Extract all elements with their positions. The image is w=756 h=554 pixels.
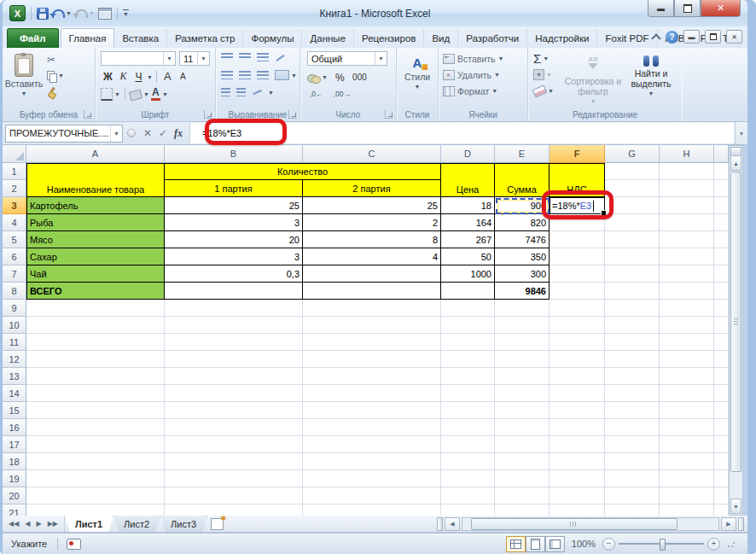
row-header-16[interactable]: 16	[3, 419, 26, 436]
cell-G20[interactable]	[605, 487, 660, 504]
page-break-view-button[interactable]	[545, 536, 565, 552]
vertical-scroll-thumb[interactable]	[730, 172, 741, 472]
cell-F19[interactable]	[550, 470, 605, 487]
paste-button[interactable]: Вставить ▼	[5, 50, 43, 96]
cell-G4[interactable]	[605, 214, 660, 231]
tab-split-handle[interactable]	[437, 517, 443, 531]
cell-B8[interactable]	[165, 283, 303, 300]
cell-A8[interactable]: ВСЕГО	[26, 283, 165, 300]
font-size-combo[interactable]: 11▼	[179, 51, 210, 66]
cell-G17[interactable]	[605, 436, 660, 453]
insert-cells-button[interactable]: Вставить▼	[439, 50, 527, 67]
cell-G15[interactable]	[605, 402, 660, 419]
styles-button[interactable]: A Стили ▼	[398, 51, 436, 90]
merge-center-icon[interactable]	[275, 70, 289, 80]
cell-partial-15[interactable]	[714, 402, 729, 419]
scroll-right-button[interactable]: ▶	[721, 517, 736, 531]
cell-A4[interactable]: Рыба	[26, 214, 165, 231]
tab-split-handle-right[interactable]	[738, 517, 744, 531]
alignment-dialog-launcher-icon[interactable]	[288, 110, 297, 119]
format-dropdown-icon[interactable]: ▼	[491, 88, 497, 94]
cell-E12[interactable]	[495, 351, 550, 368]
cell-H18[interactable]	[660, 453, 714, 470]
cell-D13[interactable]	[441, 368, 495, 385]
cell-C6[interactable]: 4	[303, 248, 441, 265]
cell-H9[interactable]	[660, 300, 714, 317]
cell-A7[interactable]: Чай	[26, 265, 165, 283]
cell-H7[interactable]	[660, 265, 714, 283]
cell-G2[interactable]	[605, 180, 660, 197]
cell-H1[interactable]	[660, 163, 714, 180]
cell-partial-6[interactable]	[714, 248, 729, 265]
copy-dropdown-icon[interactable]: ▼	[58, 73, 64, 79]
column-header-E[interactable]: E	[495, 145, 550, 163]
number-format-combo[interactable]: Общий▼	[307, 51, 387, 66]
cell-G16[interactable]	[605, 419, 660, 436]
cell-E18[interactable]	[495, 453, 550, 470]
cell-B12[interactable]	[165, 351, 303, 368]
underline-dropdown-icon[interactable]: ▼	[147, 74, 153, 85]
cell-A21[interactable]	[26, 504, 165, 516]
cell-H20[interactable]	[660, 487, 714, 504]
customize-qat-icon[interactable]: ▼	[123, 9, 129, 17]
insert-function-icon[interactable]: fx	[171, 125, 186, 141]
cell-D3[interactable]: 18	[441, 197, 495, 214]
cell-H4[interactable]	[660, 214, 714, 231]
cell-A10[interactable]	[26, 317, 165, 334]
ribbon-tab-2[interactable]: Вставка	[114, 29, 167, 48]
shrink-font-button[interactable]: А	[176, 69, 190, 84]
undo-dropdown-icon[interactable]: ▼	[66, 10, 72, 16]
wrap-dropdown-icon[interactable]: ▼	[268, 90, 274, 96]
copy-icon[interactable]	[47, 71, 56, 81]
cell-F17[interactable]	[550, 436, 605, 453]
cell-E21[interactable]	[495, 504, 550, 516]
ribbon-tab-9[interactable]: Надстройки	[527, 29, 597, 48]
orientation-icon[interactable]	[275, 53, 285, 63]
cell-C21[interactable]	[303, 504, 441, 516]
cell-C13[interactable]	[303, 368, 441, 385]
column-header-F[interactable]: F	[550, 145, 605, 163]
sheet-tab-1[interactable]: Лист1	[65, 516, 113, 532]
cell-D16[interactable]	[441, 419, 495, 436]
cell-partial-19[interactable]	[714, 470, 729, 487]
ribbon-tab-7[interactable]: Вид	[424, 29, 458, 48]
sort-filter-button[interactable]: АЯ Сортировка и фильтр ▼	[562, 51, 624, 104]
cell-partial-10[interactable]	[714, 317, 729, 334]
align-left-icon[interactable]	[221, 71, 233, 79]
cell-C20[interactable]	[303, 487, 441, 504]
zoom-out-icon[interactable]: −	[602, 538, 615, 551]
cell-H12[interactable]	[660, 351, 714, 368]
cell-F13[interactable]	[550, 368, 605, 385]
cell-H17[interactable]	[660, 436, 714, 453]
cell-D10[interactable]	[441, 317, 495, 334]
cell-partial-11[interactable]	[714, 334, 729, 351]
undo-button[interactable]: ▼	[52, 9, 72, 18]
cell-D18[interactable]	[441, 453, 495, 470]
cell-D17[interactable]	[441, 436, 495, 453]
borders-dropdown-icon[interactable]: ▼	[114, 91, 120, 97]
format-painter-icon[interactable]	[47, 87, 57, 97]
scroll-up-button[interactable]: ▲	[730, 155, 741, 171]
row-header-5[interactable]: 5	[3, 231, 26, 248]
cell-B18[interactable]	[165, 453, 303, 470]
first-sheet-icon[interactable]: ◀◀	[6, 519, 21, 528]
align-center-icon[interactable]	[239, 71, 251, 79]
column-header-partial[interactable]	[714, 145, 729, 163]
cell-C15[interactable]	[303, 402, 441, 419]
comma-style-button[interactable]: 000	[352, 70, 367, 85]
row-header-3[interactable]: 3	[3, 197, 26, 214]
cell-C3[interactable]: 25	[303, 197, 441, 214]
cell-F4[interactable]	[550, 214, 605, 231]
column-header-B[interactable]: B	[165, 145, 303, 163]
cell-partial-8[interactable]	[714, 283, 729, 300]
resize-grip[interactable]	[727, 539, 736, 548]
format-cells-button[interactable]: Формат▼	[439, 83, 527, 99]
cell-H10[interactable]	[660, 317, 714, 334]
cell-H21[interactable]	[660, 504, 714, 516]
cell-A5[interactable]: Мясо	[26, 231, 165, 248]
ribbon-tab-4[interactable]: Формулы	[243, 29, 302, 48]
cell-H13[interactable]	[660, 368, 714, 385]
borders-icon[interactable]	[101, 88, 113, 101]
cell-H8[interactable]	[660, 283, 714, 300]
cell-C2[interactable]: 2 партия	[303, 180, 441, 197]
